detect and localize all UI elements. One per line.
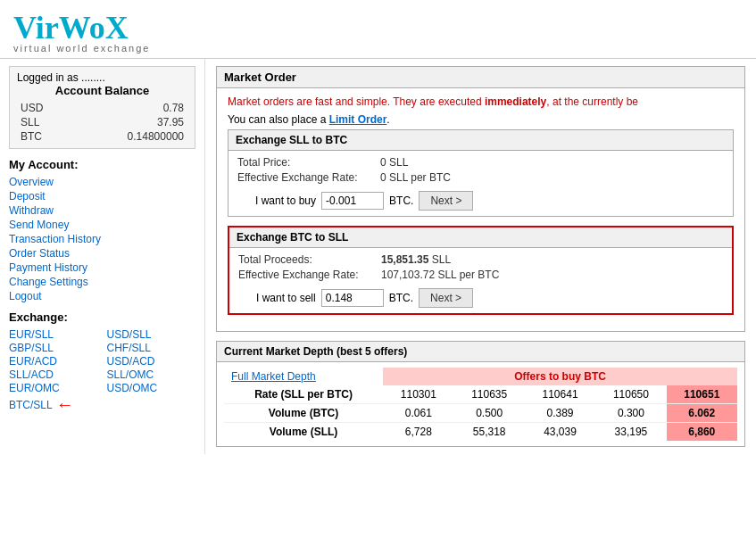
volume-btc-col3: 0.389 bbox=[525, 404, 595, 423]
exchange-label: Exchange: bbox=[9, 310, 195, 324]
logo-wox: WoX bbox=[59, 10, 129, 46]
market-order-panel: Market Order Market orders are fast and … bbox=[216, 66, 745, 332]
rate-col1: 110301 bbox=[383, 385, 453, 404]
full-market-depth-link[interactable]: Full Market Depth bbox=[231, 370, 316, 383]
exchange-sll-btc-inner: Exchange SLL to BTC Total Price: 0 SLL E… bbox=[228, 129, 734, 217]
sll-btc-total-price-label: Total Price: bbox=[237, 156, 380, 169]
btc-sll-total-proceeds-value: 15,851.35 SLL bbox=[381, 253, 451, 266]
btc-sll-order-row: I want to sell BTC. Next > bbox=[256, 288, 723, 308]
btc-sll-unit: BTC. bbox=[389, 292, 413, 304]
volume-btc-col1: 0.061 bbox=[383, 404, 453, 423]
logo: VirWoX virtual world exchange bbox=[13, 9, 743, 54]
arrow-icon: ← bbox=[56, 394, 74, 415]
rate-label: Rate (SLL per BTC) bbox=[224, 385, 383, 404]
depth-label-row: Rate (SLL per BTC) 110301 110635 110641 … bbox=[224, 385, 737, 404]
sll-btc-total-price-value: 0 SLL bbox=[380, 156, 408, 169]
exchange-link-sll-omc[interactable]: SLL/OMC bbox=[107, 368, 154, 381]
volume-btc-col2: 0.500 bbox=[454, 404, 525, 423]
exchange-link-eur-omc[interactable]: EUR/OMC bbox=[9, 382, 60, 394]
sll-btc-amount-input[interactable] bbox=[321, 192, 384, 210]
account-balance-header: Account Balance bbox=[17, 84, 187, 97]
exchange-link-usd-sll[interactable]: USD/SLL bbox=[107, 328, 152, 341]
exchange-link-eur-acd[interactable]: EUR/ACD bbox=[9, 355, 57, 368]
btc-sll-total-proceeds-row: Total Proceeds: 15,851.35 SLL bbox=[238, 253, 723, 266]
exchange-link-gbp-sll[interactable]: GBP/SLL bbox=[9, 342, 54, 354]
volume-sll-label: Volume (SLL) bbox=[224, 423, 383, 442]
btc-sll-rate-value: 107,103.72 SLL per BTC bbox=[381, 269, 499, 281]
volume-btc-col5: 6.062 bbox=[667, 404, 737, 423]
logged-in-label: Logged in as ........ bbox=[17, 71, 105, 84]
market-order-note: Market orders are fast and simple. They … bbox=[228, 95, 734, 108]
exchange-link-usd-acd[interactable]: USD/ACD bbox=[107, 355, 155, 368]
exchange-link-btc-sll[interactable]: BTC/SLL bbox=[9, 399, 53, 411]
sidebar-link-deposit[interactable]: Deposit bbox=[9, 189, 195, 203]
market-depth-panel: Current Market Depth (best 5 offers) Ful… bbox=[216, 341, 745, 447]
sidebar-link-withdraw[interactable]: Withdraw bbox=[9, 203, 195, 218]
btc-sll-next-button[interactable]: Next > bbox=[419, 288, 473, 308]
balance-row-btc: BTC 0.14800000 bbox=[17, 129, 187, 144]
exchange-col2: USD/SLL CHF/SLL USD/ACD SLL/OMC USD/OMC bbox=[107, 327, 196, 415]
exchange-sll-btc-title: Exchange SLL to BTC bbox=[228, 130, 733, 151]
balance-row-usd: USD 0.78 bbox=[17, 101, 187, 115]
exchange-btc-sll-body: Total Proceeds: 15,851.35 SLL Effective … bbox=[229, 248, 732, 313]
btc-sll-rate-label: Effective Exchange Rate: bbox=[238, 269, 381, 281]
sidebar-link-transaction-history[interactable]: Transaction History bbox=[9, 232, 195, 246]
btc-sll-total-proceeds-label: Total Proceeds: bbox=[238, 253, 381, 266]
exchange-link-eur-sll[interactable]: EUR/SLL bbox=[9, 328, 54, 341]
balance-value-btc: 0.14800000 bbox=[128, 130, 184, 143]
exchange-link-chf-sll[interactable]: CHF/SLL bbox=[107, 342, 151, 354]
btc-sll-amount-input[interactable] bbox=[321, 289, 384, 307]
offers-header: Offers to buy BTC bbox=[383, 368, 737, 385]
volume-btc-label: Volume (BTC) bbox=[224, 404, 383, 423]
sll-btc-total-price-row: Total Price: 0 SLL bbox=[237, 156, 724, 169]
market-order-title: Market Order bbox=[217, 67, 744, 88]
market-order-body: Market orders are fast and simple. They … bbox=[217, 88, 744, 331]
volume-sll-col5: 6,860 bbox=[667, 423, 737, 442]
exchange-links-grid: EUR/SLL GBP/SLL EUR/ACD SLL/ACD EUR/OMC … bbox=[9, 327, 195, 415]
exchange-btc-sll-panel: Exchange BTC to SLL Total Proceeds: 15,8… bbox=[228, 226, 734, 315]
market-depth-body: Full Market Depth Offers to buy BTC Rate… bbox=[217, 362, 744, 446]
balance-label-btc: BTC bbox=[21, 130, 42, 143]
balance-value-sll: 37.95 bbox=[157, 116, 184, 128]
btc-sll-row: BTC/SLL ← bbox=[9, 394, 98, 415]
volume-sll-col3: 43,039 bbox=[525, 423, 595, 442]
header: VirWoX virtual world exchange bbox=[0, 0, 756, 59]
exchange-link-sll-acd[interactable]: SLL/ACD bbox=[9, 368, 54, 381]
depth-header-row: Full Market Depth Offers to buy BTC bbox=[224, 368, 737, 385]
sidebar-link-change-settings[interactable]: Change Settings bbox=[9, 275, 195, 289]
main-layout: Logged in as ........ Account Balance US… bbox=[0, 59, 756, 454]
my-account-section: My Account: Overview Deposit Withdraw Se… bbox=[9, 158, 195, 303]
volume-sll-row: Volume (SLL) 6,728 55,318 43,039 33,195 … bbox=[224, 423, 737, 442]
limit-order-note: You can also place a Limit Order. bbox=[228, 113, 734, 126]
exchange-section: Exchange: EUR/SLL GBP/SLL EUR/ACD SLL/AC… bbox=[9, 310, 195, 415]
full-market-depth-cell: Full Market Depth bbox=[224, 368, 383, 385]
sidebar-link-order-status[interactable]: Order Status bbox=[9, 246, 195, 261]
sidebar-link-send-money[interactable]: Send Money bbox=[9, 218, 195, 232]
limit-order-link[interactable]: Limit Order bbox=[329, 113, 387, 126]
depth-table: Full Market Depth Offers to buy BTC Rate… bbox=[224, 368, 737, 441]
volume-sll-col1: 6,728 bbox=[383, 423, 453, 442]
sidebar-link-overview[interactable]: Overview bbox=[9, 175, 195, 189]
exchange-sll-btc-body: Total Price: 0 SLL Effective Exchange Ra… bbox=[228, 151, 733, 216]
exchange-col1: EUR/SLL GBP/SLL EUR/ACD SLL/ACD EUR/OMC … bbox=[9, 327, 98, 415]
rate-col2: 110635 bbox=[454, 385, 525, 404]
balance-label-usd: USD bbox=[21, 102, 43, 114]
sidebar: Logged in as ........ Account Balance US… bbox=[0, 59, 205, 454]
sll-btc-order-row: I want to buy BTC. Next > bbox=[255, 191, 724, 211]
sll-btc-rate-label: Effective Exchange Rate: bbox=[237, 171, 380, 184]
logo-sub: virtual world exchange bbox=[13, 43, 743, 54]
btc-sll-rate-row: Effective Exchange Rate: 107,103.72 SLL … bbox=[238, 269, 723, 281]
sll-btc-rate-value: 0 SLL per BTC bbox=[380, 171, 451, 184]
sll-btc-unit: BTC. bbox=[389, 194, 413, 207]
sll-btc-want-to-label: I want to buy bbox=[255, 194, 316, 207]
exchange-btc-sll-inner: Exchange BTC to SLL Total Proceeds: 15,8… bbox=[228, 226, 734, 315]
rate-col5: 110651 bbox=[667, 385, 737, 404]
sll-btc-next-button[interactable]: Next > bbox=[419, 191, 473, 211]
volume-sll-col2: 55,318 bbox=[454, 423, 525, 442]
rate-col4: 110650 bbox=[595, 385, 666, 404]
content-area: Market Order Market orders are fast and … bbox=[205, 59, 756, 454]
volume-sll-col4: 33,195 bbox=[595, 423, 666, 442]
sidebar-link-payment-history[interactable]: Payment History bbox=[9, 261, 195, 275]
exchange-link-usd-omc[interactable]: USD/OMC bbox=[107, 382, 158, 394]
sidebar-link-logout[interactable]: Logout bbox=[9, 289, 195, 303]
